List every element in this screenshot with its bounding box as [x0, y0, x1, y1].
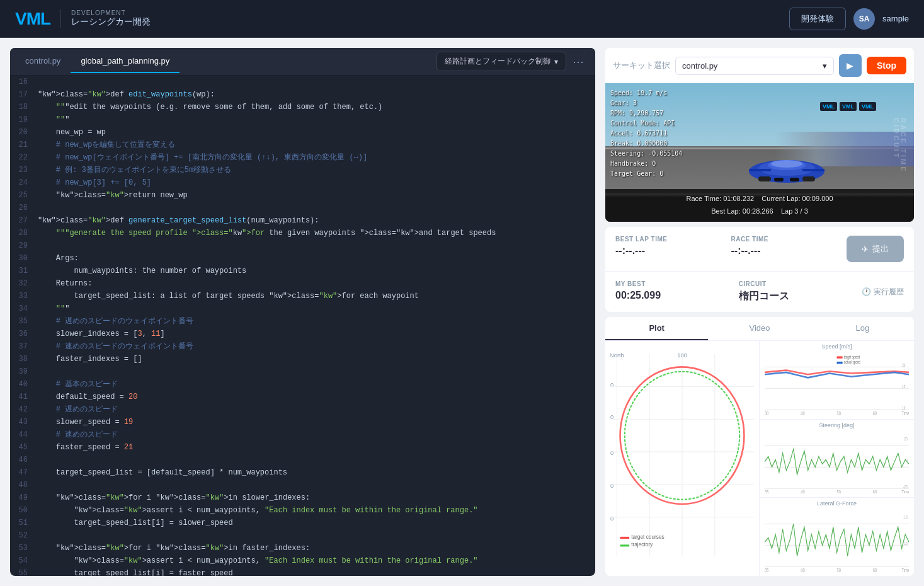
code-panel: control.py global_path_planning.py 経路計画と…	[10, 48, 595, 576]
line-number: 28	[15, 227, 38, 239]
code-line: 55 target_speed_list[i] = faster_speed	[10, 567, 595, 576]
line-number: 25	[15, 189, 38, 202]
circuit-select-label: サーキット選択	[613, 60, 670, 71]
line-number: 29	[15, 239, 38, 252]
history-label: 実行履歴	[874, 287, 904, 297]
plot-charts-right: Speed [m/s] 30	[760, 341, 914, 576]
current-lap-label: Current Lap: 00:09.000	[761, 195, 833, 202]
line-number: 55	[15, 567, 38, 576]
svg-text:0: 0	[906, 458, 908, 462]
plot-content: North 100 0 -50 -100 50 100	[605, 341, 914, 576]
line-code: """	[38, 113, 590, 126]
line-number: 44	[15, 428, 38, 441]
code-line: 42 # 遅めのスピード	[10, 403, 595, 416]
line-code: slower_indexes = [3, 11]	[38, 328, 590, 340]
race-time-label: RACE TIME	[731, 236, 847, 243]
svg-text:Time [s]: Time [s]	[902, 410, 909, 415]
line-code: "kw">class="kw">def edit_waypoints(wp):	[38, 88, 590, 101]
code-line: 22 # new_wp[ウェイポイント番号] += [南北方向の変化量 (↑↓)…	[10, 151, 595, 164]
code-line: 41 default_speed = 20	[10, 391, 595, 403]
code-line: 50 "kw">class="kw">assert i < num_waypoi…	[10, 504, 595, 517]
line-number: 36	[15, 328, 38, 340]
code-line: 16	[10, 76, 595, 88]
code-content[interactable]: 1617"kw">class="kw">def edit_waypoints(w…	[10, 76, 595, 576]
line-number: 42	[15, 403, 38, 416]
race-time-label: Race Time: 01:08.232	[687, 195, 755, 202]
svg-text:50: 50	[837, 410, 841, 415]
plot-track-view: North 100 0 -50 -100 50 100	[605, 341, 760, 576]
best-lap-label: BEST LAP TIME	[615, 236, 731, 243]
experience-button[interactable]: 開発体験	[789, 8, 846, 30]
line-number: 47	[15, 466, 38, 479]
line-code: num_waypoints: the number of waypoints	[38, 265, 590, 277]
svg-text:20: 20	[904, 437, 908, 441]
speed-chart-label: Speed [m/s]	[765, 343, 909, 350]
svg-rect-5	[774, 178, 784, 181]
steering-chart-area: 35 40 50 60 Time [s] 20 0 -20	[765, 430, 909, 494]
line-code: # 遅めのスピード	[38, 403, 590, 416]
svg-rect-6	[790, 178, 799, 181]
lateral-g-chart-area: 35 40 50 60 Time [s] 1.8 1.0	[765, 508, 909, 572]
hud-overlay: Speed: 19.7 m/s Gear: 3 RPM: 9,290.757 C…	[610, 88, 682, 179]
line-number: 50	[15, 504, 38, 517]
svg-text:1.8: 1.8	[903, 515, 907, 519]
code-line: 51 target_speed_list[i] = slower_speed	[10, 517, 595, 529]
code-line: 33 target_speed_list: a list of target s…	[10, 290, 595, 302]
tab-log[interactable]: Log	[811, 317, 914, 340]
line-number: 21	[15, 139, 38, 151]
vml-background-logos: VML VML VML	[820, 102, 876, 111]
svg-text:60: 60	[873, 488, 877, 493]
line-code: target_speed_list: a list of target spee…	[38, 290, 590, 302]
svg-text:1.0: 1.0	[903, 542, 907, 546]
line-number: 49	[15, 491, 38, 504]
code-line: 30 Args:	[10, 252, 595, 265]
circuit-block: CIRCUIT 楕円コース	[739, 280, 862, 303]
stop-button[interactable]: Stop	[867, 57, 906, 74]
vml-logo-1: VML	[820, 102, 837, 111]
line-number: 38	[15, 353, 38, 365]
chevron-down-icon: ▾	[554, 57, 558, 66]
circuit-select-dropdown[interactable]: control.py ▾	[675, 57, 834, 75]
line-code: faster_indexes = []	[38, 353, 590, 365]
header-dev-label: DEVELOPMENT	[71, 9, 151, 16]
main-layout: control.py global_path_planning.py 経路計画と…	[0, 38, 924, 586]
hud-control-mode: Control Mode: API	[610, 118, 682, 129]
tab-control-py[interactable]: control.py	[15, 50, 71, 73]
more-options-icon[interactable]: ⋯	[566, 51, 590, 72]
plot-section: Plot Video Log North 100 0 -50 -100 50 1…	[605, 317, 914, 576]
header-title-block: DEVELOPMENT レーシングカー開発	[60, 9, 151, 28]
play-button[interactable]: ▶	[839, 54, 862, 77]
circuit-section: サーキット選択 control.py ▾ ▶ Stop	[605, 48, 914, 222]
svg-text:15: 15	[902, 384, 905, 389]
line-number: 27	[15, 214, 38, 227]
tab-plot[interactable]: Plot	[605, 317, 708, 340]
race-time-value: --:--.---	[731, 245, 847, 256]
svg-text:50: 50	[837, 488, 841, 493]
line-number: 32	[15, 277, 38, 290]
submit-button[interactable]: ✈ 提出	[847, 236, 904, 262]
vml-logo-3: VML	[859, 102, 876, 111]
code-line: 39	[10, 365, 595, 378]
code-line: 48	[10, 479, 595, 491]
code-line: 52	[10, 529, 595, 542]
header-title: レーシングカー開発	[71, 16, 151, 28]
code-line: 47 target_speed_list = [default_speed] *…	[10, 466, 595, 479]
race-circuit-text: RACE TIME CIRCUIT	[893, 118, 906, 187]
line-code: "kw">class="kw">for i "kw">class="kw">in…	[38, 542, 590, 554]
header-right: 開発体験 SA sample	[789, 8, 909, 30]
history-button[interactable]: 🕐 実行履歴	[862, 280, 904, 303]
best-lap-block: BEST LAP TIME --:--.---	[615, 236, 731, 262]
code-line: 37 # 速めのスピードのウェイポイント番号	[10, 340, 595, 353]
algorithm-dropdown[interactable]: 経路計画とフィードバック制御 ▾	[436, 52, 566, 71]
tab-video[interactable]: Video	[708, 317, 811, 340]
line-code: "kw">class="kw">assert i < num_waypoints…	[38, 554, 590, 567]
svg-rect-30	[620, 544, 630, 546]
line-code	[38, 76, 590, 88]
code-line: 49 "kw">class="kw">for i "kw">class="kw"…	[10, 491, 595, 504]
hud-handbrake: Handbrake: 0	[610, 159, 682, 169]
speed-chart-area: 30 40 50 60 Time [s] target speed actual…	[765, 351, 909, 415]
line-number: 41	[15, 391, 38, 403]
line-code: """generate the speed profile ">class="k…	[38, 227, 590, 239]
line-code: slower_speed = 19	[38, 416, 590, 428]
tab-global-path[interactable]: global_path_planning.py	[71, 50, 180, 73]
